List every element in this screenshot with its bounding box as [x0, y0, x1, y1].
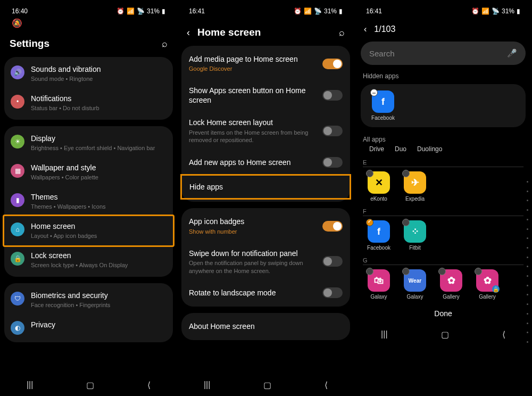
nav-recent[interactable]: |||: [381, 329, 387, 339]
setting-app-icon-badges[interactable]: App icon badgesShow with number: [181, 210, 350, 242]
setting-add-new-apps-to-home-screen[interactable]: Add new apps to Home screen: [181, 151, 350, 174]
item-subtitle: Wallpapers • Color palette: [31, 174, 167, 182]
alphabet-scroll[interactable]: [525, 181, 530, 343]
item-title: About Home screen: [189, 321, 343, 331]
setting-hide-apps[interactable]: Hide apps: [180, 174, 351, 200]
settings-item-privacy[interactable]: ◐Privacy: [4, 315, 173, 340]
settings-item-biometrics-and-security[interactable]: 🛡Biometrics and securityFace recognition…: [4, 285, 173, 315]
homescreen-header: ‹ Home screen ⌕: [177, 17, 354, 46]
item-title: Hide apps: [189, 182, 342, 192]
item-subtitle: Screen lock type • Always On Display: [31, 261, 167, 269]
settings-item-lock-screen[interactable]: 🔒Lock screenScreen lock type • Always On…: [4, 245, 173, 275]
nav-back[interactable]: ⟨: [147, 380, 151, 390]
biometrics-icon: 🛡: [11, 292, 24, 306]
nav-back[interactable]: ⟨: [502, 329, 505, 340]
toggle[interactable]: [322, 221, 343, 232]
item-title: Display: [31, 134, 167, 143]
settings-item-home-screen[interactable]: ⌂Home screenLayout • App icon badges: [3, 214, 174, 247]
mic-icon[interactable]: 🎤: [507, 48, 517, 58]
app-label-duolingo[interactable]: Duolingo: [417, 145, 442, 153]
item-title: Biometrics and security: [31, 291, 167, 300]
setting-about-home-screen[interactable]: About Home screen: [181, 315, 350, 337]
hidden-apps-label: Hidden apps: [354, 70, 532, 82]
back-icon[interactable]: ‹: [364, 24, 367, 34]
checked-badge-icon[interactable]: [366, 219, 373, 226]
section-letter: F: [363, 208, 523, 214]
toggle[interactable]: [322, 59, 343, 69]
settings-group: App icon badgesShow with numberSwipe dow…: [181, 208, 350, 307]
toggle[interactable]: [322, 287, 343, 298]
search-icon[interactable]: ⌕: [339, 27, 345, 38]
item-subtitle: Show with number: [189, 228, 316, 236]
setting-lock-home-screen-layout[interactable]: Lock Home screen layoutPrevent items on …: [181, 111, 350, 151]
search-input[interactable]: Search 🎤: [361, 42, 526, 65]
item-subtitle: Sound mode • Ringtone: [31, 75, 167, 83]
selection-counter: 1/103: [374, 24, 395, 34]
select-badge-icon[interactable]: [366, 170, 373, 177]
app-fitbit[interactable]: ⁘Fitbit: [399, 220, 431, 251]
settings-item-notifications[interactable]: •NotificationsStatus bar • Do not distur…: [4, 88, 173, 118]
section-letter: E: [363, 159, 523, 166]
app-icon: f: [368, 220, 390, 243]
app-ekonto[interactable]: ✕eKonto: [363, 171, 395, 202]
item-title: Add new apps to Home screen: [189, 158, 316, 167]
select-badge-icon[interactable]: [475, 268, 482, 275]
app-gallery[interactable]: ✿🔒Gallery: [471, 269, 503, 300]
setting-rotate-to-landscape-mode[interactable]: Rotate to landscape mode: [181, 281, 350, 304]
select-badge-icon[interactable]: [438, 268, 446, 275]
battery-icon: ▮: [162, 7, 165, 15]
item-subtitle: Status bar • Do not disturb: [31, 104, 167, 112]
alarm-icon: ⏰: [117, 7, 124, 15]
app-gallery[interactable]: ✿Gallery: [435, 269, 467, 300]
settings-item-themes[interactable]: ▮ThemesThemes • Wallpapers • Icons: [4, 187, 173, 216]
setting-add-media-page-to-home-screen[interactable]: Add media page to Home screenGoogle Disc…: [181, 48, 350, 79]
nav-recent[interactable]: |||: [27, 380, 33, 390]
status-bar: 16:41 ⏰ 📶 📡 31% ▮: [354, 0, 532, 17]
app-icon: ✈: [404, 171, 426, 194]
toggle[interactable]: [322, 126, 343, 136]
app-facebook[interactable]: fFacebook: [363, 220, 395, 251]
section-F: FfFacebook⁘Fitbit: [354, 206, 532, 255]
item-title: Home screen: [31, 221, 167, 231]
nav-recent[interactable]: |||: [204, 380, 210, 390]
app-label-drive[interactable]: Drive: [369, 145, 384, 153]
sounds-icon: 🔊: [11, 65, 24, 79]
app-galaxy[interactable]: WearGalaxy: [399, 269, 431, 300]
item-title: Lock screen: [31, 251, 167, 260]
select-badge-icon[interactable]: [402, 219, 410, 226]
app-label: Galaxy: [370, 294, 387, 300]
settings-item-wallpaper-and-style[interactable]: ▦Wallpaper and styleWallpapers • Color p…: [4, 158, 173, 187]
toggle[interactable]: [322, 256, 343, 267]
nav-home[interactable]: ▢: [263, 380, 271, 390]
hidden-app-facebook[interactable]: f Facebook: [367, 90, 399, 121]
toggle[interactable]: [322, 90, 343, 101]
nav-home[interactable]: ▢: [86, 380, 94, 390]
facebook-icon: f: [381, 96, 385, 108]
status-bar: 16:41 ⏰ 📶 📡 31% ▮: [177, 0, 354, 17]
remove-badge-icon[interactable]: [370, 89, 378, 96]
setting-show-apps-screen-button-on-home-screen[interactable]: Show Apps screen button on Home screen: [181, 79, 350, 111]
settings-item-display[interactable]: ☀DisplayBrightness • Eye comfort shield …: [4, 128, 173, 158]
lock-icon: 🔒: [11, 252, 24, 266]
select-badge-icon[interactable]: [366, 268, 373, 275]
search-icon[interactable]: ⌕: [162, 38, 168, 50]
app-expedia[interactable]: ✈Expedia: [399, 171, 431, 202]
app-galaxy[interactable]: 🛍Galaxy: [363, 269, 395, 300]
app-label-duo[interactable]: Duo: [395, 145, 406, 153]
nav-home[interactable]: ▢: [441, 329, 449, 340]
item-title: Lock Home screen layout: [189, 118, 316, 127]
item-subtitle: Themes • Wallpapers • Icons: [31, 203, 167, 211]
select-badge-icon[interactable]: [402, 268, 410, 275]
select-badge-icon[interactable]: [402, 170, 410, 177]
app-icon: ✿: [440, 269, 462, 292]
battery-text: 31%: [147, 7, 160, 15]
settings-group: 🛡Biometrics and securityFace recognition…: [4, 283, 173, 342]
nav-back[interactable]: ⟨: [325, 380, 328, 390]
section-G: G🛍GalaxyWearGalaxy✿Gallery✿🔒Gallery: [354, 255, 532, 304]
toggle[interactable]: [322, 157, 343, 168]
item-title: Privacy: [31, 320, 167, 329]
back-icon[interactable]: ‹: [187, 27, 190, 38]
done-button[interactable]: Done: [354, 304, 532, 323]
setting-swipe-down-for-notification-panel[interactable]: Swipe down for notification panelOpen th…: [181, 242, 350, 282]
settings-item-sounds-and-vibration[interactable]: 🔊Sounds and vibrationSound mode • Ringto…: [4, 59, 173, 88]
